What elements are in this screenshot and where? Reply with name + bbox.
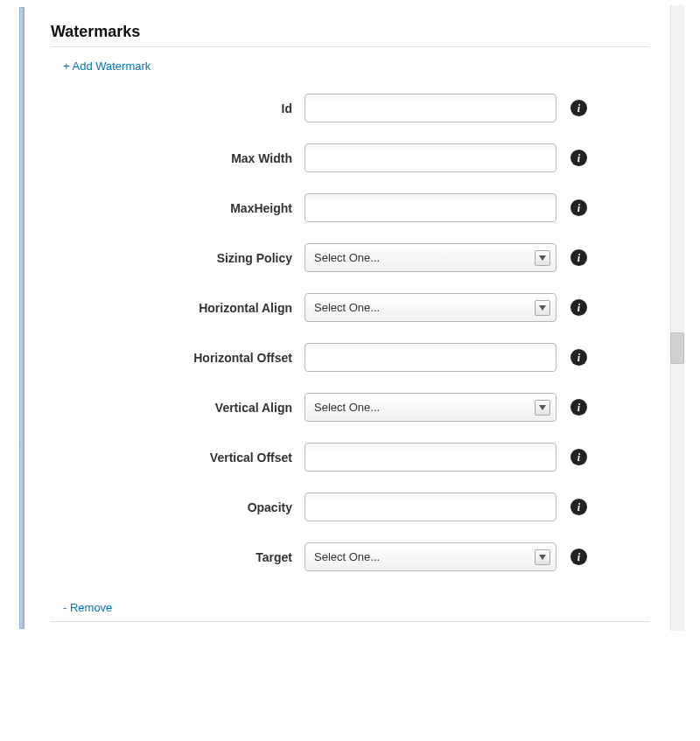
id-input[interactable] [304, 94, 556, 122]
maxWidth-input[interactable] [304, 143, 556, 172]
scrollbar-track[interactable] [670, 5, 684, 631]
form-row-maxHeight: MaxHeighti [51, 193, 649, 222]
info-icon[interactable]: i [570, 199, 587, 216]
scrollbar-thumb[interactable] [670, 332, 684, 364]
horizontalAlign-label: Horizontal Align [51, 301, 304, 315]
chevron-down-icon[interactable] [535, 300, 550, 316]
form-row-target: TargetSelect One...i [51, 542, 649, 571]
sizingPolicy-select-text: Select One... [314, 251, 380, 264]
svg-marker-0 [539, 255, 546, 261]
form-row-horizontalOffset: Horizontal Offseti [51, 343, 649, 372]
maxHeight-input[interactable] [304, 193, 556, 222]
form-row-maxWidth: Max Widthi [51, 143, 649, 172]
section-divider [51, 621, 649, 622]
info-icon[interactable]: i [570, 399, 587, 416]
horizontalOffset-label: Horizontal Offset [51, 351, 304, 365]
target-select-text: Select One... [314, 550, 380, 563]
chevron-down-icon[interactable] [535, 549, 550, 565]
chevron-down-icon[interactable] [535, 250, 550, 266]
horizontalAlign-select-text: Select One... [314, 301, 380, 314]
maxWidth-label: Max Width [51, 151, 304, 165]
horizontalOffset-input[interactable] [304, 343, 556, 372]
form-row-id: Idi [51, 94, 649, 122]
add-watermark-link[interactable]: + Add Watermark [51, 56, 649, 81]
form-row-verticalOffset: Vertical Offseti [51, 443, 649, 472]
verticalAlign-label: Vertical Align [51, 401, 304, 415]
id-label: Id [51, 101, 304, 115]
maxHeight-label: MaxHeight [51, 201, 304, 215]
form-row-sizingPolicy: Sizing PolicySelect One...i [51, 243, 649, 272]
section-title: Watermarks [51, 10, 649, 47]
verticalOffset-label: Vertical Offset [51, 451, 304, 465]
target-select[interactable]: Select One... [304, 542, 556, 571]
horizontalAlign-select[interactable]: Select One... [304, 293, 556, 322]
info-icon[interactable]: i [570, 299, 587, 316]
form-row-verticalAlign: Vertical AlignSelect One...i [51, 393, 649, 422]
form-row-opacity: Opacityi [51, 493, 649, 521]
info-icon[interactable]: i [570, 549, 587, 565]
info-icon[interactable]: i [570, 150, 587, 166]
info-icon[interactable]: i [570, 349, 587, 366]
verticalOffset-input[interactable] [304, 443, 556, 472]
sizingPolicy-select[interactable]: Select One... [304, 243, 556, 272]
form-row-horizontalAlign: Horizontal AlignSelect One...i [51, 293, 649, 322]
svg-marker-1 [539, 305, 546, 311]
chevron-down-icon[interactable] [535, 400, 550, 416]
svg-marker-3 [539, 555, 546, 560]
verticalAlign-select[interactable]: Select One... [304, 393, 556, 422]
opacity-input[interactable] [304, 493, 556, 521]
info-icon[interactable]: i [570, 449, 587, 465]
left-accent-bar [19, 7, 24, 629]
verticalAlign-select-text: Select One... [314, 401, 380, 414]
info-icon[interactable]: i [570, 100, 587, 116]
info-icon[interactable]: i [570, 499, 587, 515]
target-label: Target [51, 550, 304, 564]
opacity-label: Opacity [51, 500, 304, 514]
sizingPolicy-label: Sizing Policy [51, 251, 304, 265]
remove-watermark-link[interactable]: - Remove [51, 592, 649, 621]
info-icon[interactable]: i [570, 249, 587, 266]
svg-marker-2 [539, 405, 546, 410]
